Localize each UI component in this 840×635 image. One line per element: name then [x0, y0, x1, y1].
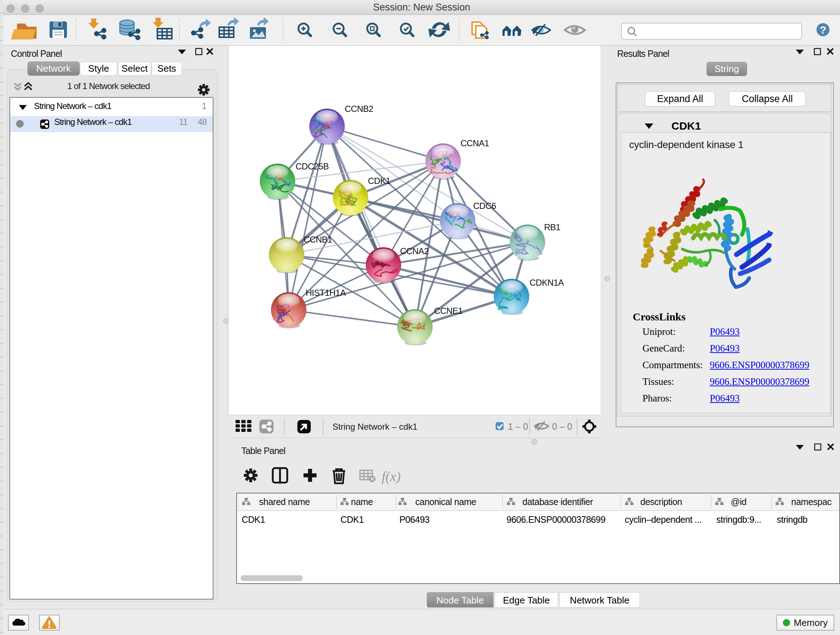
svg-text:CCNB2: CCNB2 [345, 104, 373, 114]
svg-text:CCNA2: CCNA2 [400, 246, 429, 256]
svg-text:RB1: RB1 [544, 222, 561, 232]
svg-text:CDC6: CDC6 [473, 201, 496, 211]
svg-text:Memory: Memory [794, 617, 828, 628]
svg-text:1 – 0: 1 – 0 [508, 421, 528, 432]
svg-text:CDC25B: CDC25B [295, 162, 329, 171]
svg-text:0 – 0: 0 – 0 [552, 421, 572, 432]
svg-text:CCNB1: CCNB1 [303, 234, 332, 244]
svg-text:CDKN1A: CDKN1A [530, 278, 564, 287]
svg-text:f(x): f(x) [382, 469, 401, 485]
svg-text:String Network – cdk1: String Network – cdk1 [332, 422, 417, 432]
svg-text:CDK1: CDK1 [368, 176, 390, 186]
svg-text:CCNA1: CCNA1 [461, 138, 489, 148]
svg-text:CCNE1: CCNE1 [434, 306, 463, 316]
svg-text:HIST1H1A: HIST1H1A [306, 288, 346, 298]
svg-text:?: ? [820, 24, 826, 36]
